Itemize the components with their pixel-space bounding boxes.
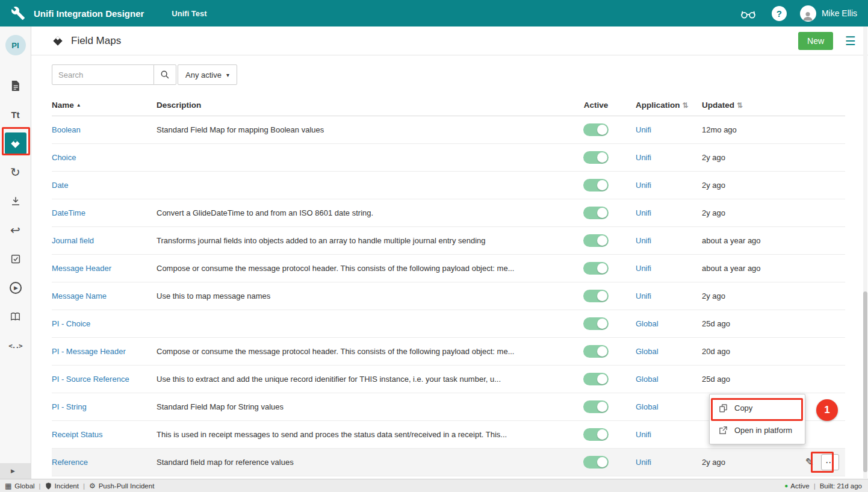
sidebar-item-download[interactable] xyxy=(5,190,26,212)
table-row: Reference Standard field map for referen… xyxy=(52,449,845,476)
updated-text: 2y ago xyxy=(699,208,791,217)
instance-name[interactable]: Unifi Test xyxy=(172,9,206,18)
scrollbar-thumb[interactable] xyxy=(863,291,867,472)
field-map-description: Transforms journal fields into objects a… xyxy=(157,236,567,245)
field-map-name-link[interactable]: Reference xyxy=(52,458,88,467)
application-link[interactable]: Global xyxy=(636,402,659,411)
sidebar-item-tasks[interactable] xyxy=(5,248,26,270)
updated-text: 2y ago xyxy=(699,181,791,190)
table-row: Boolean Standard Field Map for mapping B… xyxy=(52,116,845,144)
table-row: Journal field Transforms journal fields … xyxy=(52,227,845,255)
active-toggle[interactable] xyxy=(583,317,609,330)
sidebar-item-documentation[interactable] xyxy=(5,306,26,328)
updated-text: 2y ago xyxy=(699,153,791,162)
spectacles-icon[interactable] xyxy=(740,7,756,20)
field-map-name-link[interactable]: Journal field xyxy=(52,236,94,245)
application-link[interactable]: Global xyxy=(636,375,659,384)
sidebar-collapse-toggle[interactable]: ▶ xyxy=(0,463,31,479)
text-icon: Tt xyxy=(11,110,19,120)
statusbar-scope[interactable]: ▦ Global xyxy=(5,482,35,490)
field-map-name-link[interactable]: Boolean xyxy=(52,125,81,134)
menu-item-copy[interactable]: Copy xyxy=(710,397,805,419)
active-toggle[interactable] xyxy=(583,290,609,302)
document-icon xyxy=(10,80,20,92)
field-map-name-link[interactable]: Receipt Status xyxy=(52,430,103,439)
active-toggle[interactable] xyxy=(583,151,609,164)
field-map-name-link[interactable]: PI - Choice xyxy=(52,319,90,328)
sidebar-item-text[interactable]: Tt xyxy=(5,104,26,125)
application-link[interactable]: Unifi xyxy=(636,181,651,190)
sidebar-item-field-maps[interactable] xyxy=(5,132,26,154)
field-map-name-link[interactable]: PI - Source Reference xyxy=(52,375,129,384)
column-header-active[interactable]: Active xyxy=(567,101,625,110)
statusbar-application[interactable]: Incident xyxy=(45,482,79,490)
application-link[interactable]: Unifi xyxy=(636,208,651,217)
application-link[interactable]: Global xyxy=(636,319,659,328)
menu-hamburger-icon[interactable]: ☰ xyxy=(845,34,856,48)
help-icon[interactable]: ? xyxy=(772,6,787,21)
column-header-application[interactable]: Application⇅ xyxy=(625,101,699,110)
column-header-description[interactable]: Description xyxy=(157,101,567,110)
active-filter-dropdown[interactable]: Any active ▾ xyxy=(178,64,237,85)
sidebar-item-documents[interactable] xyxy=(5,75,26,96)
application-link[interactable]: Unifi xyxy=(636,125,651,134)
application-link[interactable]: Unifi xyxy=(636,430,651,439)
user-avatar[interactable] xyxy=(800,5,816,22)
collapse-arrow-icon: ▶ xyxy=(11,468,15,474)
updated-text: about a year ago xyxy=(699,264,791,273)
active-toggle[interactable] xyxy=(583,456,609,469)
table-row: Choice Unifi 2y ago ✎ ⋯ xyxy=(52,144,845,172)
wrench-logo-icon xyxy=(11,6,25,20)
field-map-name-link[interactable]: Date xyxy=(52,181,68,190)
user-name[interactable]: Mike Ellis xyxy=(822,8,857,18)
search-button[interactable] xyxy=(153,64,176,85)
application-link[interactable]: Unifi xyxy=(636,153,651,162)
book-icon xyxy=(10,311,21,322)
application-link[interactable]: Global xyxy=(636,347,659,356)
active-toggle[interactable] xyxy=(583,345,609,358)
active-toggle[interactable] xyxy=(583,123,609,136)
updated-text: 25d ago xyxy=(699,375,791,384)
application-link[interactable]: Unifi xyxy=(636,291,651,300)
updated-text: 25d ago xyxy=(699,319,791,328)
statusbar-built: Built: 21d ago xyxy=(820,482,862,490)
application-link[interactable]: Unifi xyxy=(636,236,651,245)
sidebar-item-run[interactable]: ▶ xyxy=(5,277,26,299)
sidebar-item-code[interactable]: <..> xyxy=(5,335,26,357)
updated-text: 20d ago xyxy=(699,347,791,356)
field-map-name-link[interactable]: PI - Message Header xyxy=(52,347,126,356)
application-link[interactable]: Unifi xyxy=(636,458,651,467)
application-link[interactable]: Unifi xyxy=(636,264,651,273)
updated-text: 12mo ago xyxy=(699,125,791,134)
field-map-description: Standard field map for reference values xyxy=(157,458,567,467)
page-title: Field Maps xyxy=(71,35,121,47)
active-toggle[interactable] xyxy=(583,262,609,275)
menu-item-open-in-platform[interactable]: Open in platform xyxy=(710,419,805,441)
statusbar-process[interactable]: ⚙ Push-Pull Incident xyxy=(89,482,154,490)
active-toggle[interactable] xyxy=(583,179,609,192)
copy-icon xyxy=(719,403,728,413)
field-map-name-link[interactable]: Message Header xyxy=(52,264,111,273)
active-toggle[interactable] xyxy=(583,400,609,413)
active-toggle[interactable] xyxy=(583,428,609,441)
field-map-name-link[interactable]: DateTime xyxy=(52,208,85,217)
active-toggle[interactable] xyxy=(583,373,609,385)
workspace-avatar[interactable]: PI xyxy=(5,35,26,55)
sidebar-item-history[interactable]: ↻ xyxy=(5,161,26,183)
field-map-name-link[interactable]: Message Name xyxy=(52,291,107,300)
active-toggle[interactable] xyxy=(583,207,609,219)
edit-pencil-icon[interactable]: ✎ xyxy=(805,456,814,469)
app-title: Unifi Integration Designer xyxy=(34,8,144,19)
statusbar-status: Active xyxy=(790,482,809,490)
field-map-name-link[interactable]: Choice xyxy=(52,153,76,162)
more-actions-button[interactable]: ⋯ xyxy=(821,454,839,470)
table-row: DateTime Convert a GlideDateTime to and … xyxy=(52,199,845,227)
field-map-name-link[interactable]: PI - String xyxy=(52,402,87,411)
column-header-updated[interactable]: Updated⇅ xyxy=(699,101,791,110)
active-toggle[interactable] xyxy=(583,234,609,247)
new-button[interactable]: New xyxy=(798,32,833,50)
column-header-name[interactable]: Name▲ xyxy=(52,101,157,110)
filter-value: Any active xyxy=(185,70,222,79)
search-input[interactable] xyxy=(52,64,154,85)
sidebar-item-reply[interactable]: ↩ xyxy=(5,219,26,241)
